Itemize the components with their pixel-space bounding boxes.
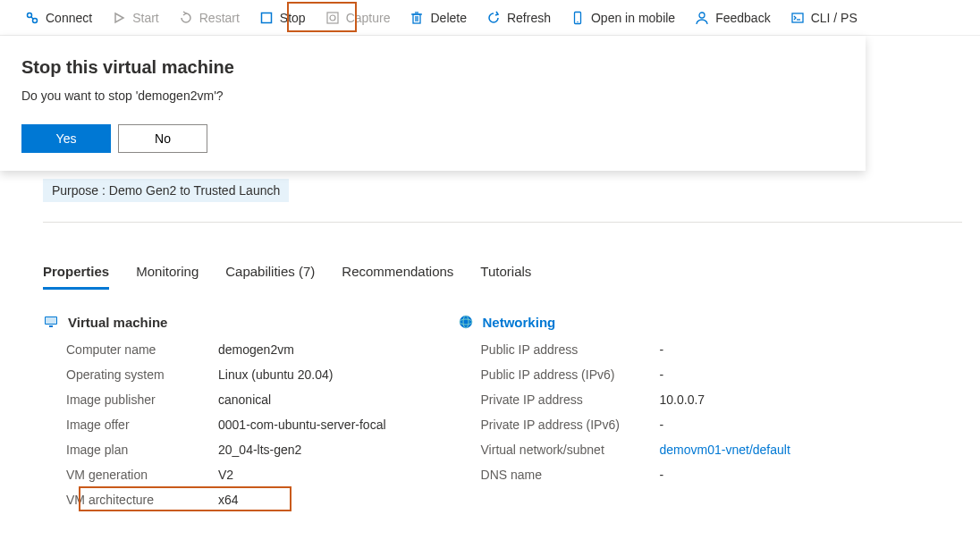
- refresh-label: Refresh: [507, 11, 551, 25]
- refresh-button[interactable]: Refresh: [477, 7, 560, 29]
- svg-line-2: [31, 17, 33, 19]
- net-section-header: Networking: [458, 314, 790, 330]
- delete-label: Delete: [430, 11, 466, 25]
- svg-rect-15: [792, 13, 803, 22]
- delete-button[interactable]: Delete: [401, 7, 475, 29]
- command-bar: Connect Start Restart Stop Capture Delet…: [0, 0, 980, 36]
- row-public-ip-v6: Public IP address (IPv6)-: [481, 367, 790, 382]
- dialog-message: Do you want to stop 'demogen2vm'?: [21, 89, 844, 103]
- capture-label: Capture: [346, 11, 391, 25]
- properties-pane: Virtual machine Computer namedemogen2vm …: [43, 314, 962, 518]
- vm-section: Virtual machine Computer namedemogen2vm …: [43, 314, 386, 518]
- tab-tutorials[interactable]: Tutorials: [480, 258, 531, 288]
- tab-recommendations[interactable]: Recommendations: [342, 258, 453, 288]
- stop-label: Stop: [280, 11, 306, 25]
- confirm-stop-dialog: Stop this virtual machine Do you want to…: [0, 36, 866, 171]
- vm-header-label: Virtual machine: [68, 315, 167, 330]
- cli-ps-button[interactable]: CLI / PS: [781, 7, 866, 29]
- stop-icon: [259, 11, 274, 25]
- divider: [43, 222, 962, 223]
- capture-button[interactable]: Capture: [317, 7, 400, 29]
- connect-icon: [25, 11, 39, 25]
- row-plan: Image plan20_04-lts-gen2: [66, 443, 386, 457]
- vnet-link[interactable]: demovm01-vnet/default: [660, 443, 790, 457]
- cli-ps-label: CLI / PS: [811, 11, 858, 25]
- capture-icon: [325, 11, 340, 25]
- svg-rect-4: [261, 13, 271, 22]
- row-vnet-subnet: Virtual network/subnetdemovm01-vnet/defa…: [481, 443, 790, 457]
- row-vm-generation: VM generationV2: [66, 468, 386, 482]
- row-private-ip-v6: Private IP address (IPv6)-: [481, 418, 790, 432]
- row-offer: Image offer0001-com-ubuntu-server-focal: [66, 418, 386, 432]
- svg-point-0: [28, 13, 32, 17]
- refresh-icon: [486, 11, 501, 25]
- tab-monitoring[interactable]: Monitoring: [136, 258, 199, 288]
- tab-capabilities[interactable]: Capabilities (7): [225, 258, 315, 288]
- connect-label: Connect: [46, 11, 92, 25]
- no-button[interactable]: No: [118, 124, 207, 153]
- trash-icon: [410, 11, 424, 25]
- svg-rect-18: [49, 325, 53, 327]
- row-public-ip: Public IP address-: [481, 342, 790, 357]
- networking-section: Networking Public IP address- Public IP …: [458, 314, 790, 518]
- restart-icon: [179, 11, 193, 25]
- row-private-ip: Private IP address10.0.0.7: [481, 392, 790, 407]
- connect-button[interactable]: Connect: [16, 7, 101, 29]
- svg-point-6: [330, 15, 335, 21]
- row-publisher: Image publishercanonical: [66, 392, 386, 407]
- open-mobile-label: Open in mobile: [591, 11, 675, 25]
- svg-point-13: [577, 21, 578, 21]
- person-icon: [695, 11, 709, 25]
- stop-button[interactable]: Stop: [250, 7, 315, 29]
- mobile-icon: [570, 11, 585, 25]
- net-header-label: Networking: [483, 315, 556, 330]
- feedback-button[interactable]: Feedback: [686, 7, 779, 29]
- svg-rect-19: [46, 317, 56, 324]
- row-vm-architecture: VM architecturex64: [66, 493, 386, 507]
- restart-label: Restart: [199, 11, 240, 25]
- svg-point-14: [699, 13, 705, 18]
- svg-point-20: [460, 316, 472, 328]
- svg-rect-7: [413, 14, 420, 23]
- dialog-title: Stop this virtual machine: [21, 57, 844, 78]
- row-computer-name: Computer namedemogen2vm: [66, 342, 386, 357]
- purpose-tag: Purpose : Demo Gen2 to Trusted Launch: [43, 179, 289, 202]
- dialog-actions: Yes No: [21, 124, 844, 153]
- detail-tabs: Properties Monitoring Capabilities (7) R…: [43, 258, 962, 289]
- vm-section-header: Virtual machine: [43, 314, 386, 330]
- svg-point-1: [33, 18, 38, 22]
- svg-marker-3: [115, 13, 123, 22]
- start-label: Start: [132, 11, 159, 25]
- globe-icon: [458, 314, 474, 330]
- yes-button[interactable]: Yes: [21, 124, 111, 153]
- open-mobile-button[interactable]: Open in mobile: [562, 7, 684, 29]
- tab-properties[interactable]: Properties: [43, 258, 109, 288]
- restart-button[interactable]: Restart: [170, 7, 249, 29]
- row-os: Operating systemLinux (ubuntu 20.04): [66, 367, 386, 382]
- monitor-icon: [43, 314, 59, 330]
- terminal-icon: [790, 11, 805, 25]
- play-icon: [112, 11, 126, 25]
- start-button[interactable]: Start: [103, 7, 168, 29]
- svg-rect-5: [327, 13, 338, 23]
- row-dns: DNS name-: [481, 468, 790, 482]
- feedback-label: Feedback: [715, 11, 770, 25]
